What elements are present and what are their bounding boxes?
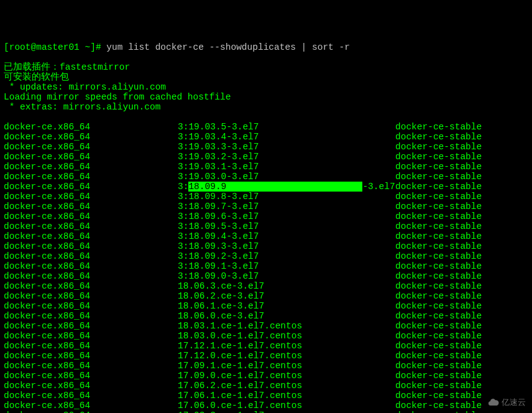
pkg-name: docker-ce.x86_64 <box>4 381 178 391</box>
pkg-repo: docker-ce-stable <box>395 371 482 381</box>
pkg-name: docker-ce.x86_64 <box>4 231 178 241</box>
pkg-version: 18.03.0.ce-1.el7.centos <box>178 331 395 341</box>
pkg-name: docker-ce.x86_64 <box>4 122 178 132</box>
pkg-repo: docker-ce-stable <box>395 182 482 192</box>
pkg-name: docker-ce.x86_64 <box>4 172 178 182</box>
pkg-version: 3:18.09.4-3.el7 <box>178 231 395 241</box>
output-line: 可安装的软件包 <box>4 72 528 82</box>
table-row: docker-ce.x86_643:18.09.8-3.el7docker-ce… <box>4 192 528 202</box>
pkg-version: 3:18.09.2-3.el7 <box>178 251 395 261</box>
pkg-version: 3:19.03.1-3.el7 <box>178 162 395 172</box>
pkg-repo: docker-ce-stable <box>395 211 482 221</box>
table-row: docker-ce.x86_6417.09.0.ce-1.el7.centosd… <box>4 371 528 381</box>
table-row: docker-ce.x86_643:18.09.3-3.el7docker-ce… <box>4 241 528 251</box>
pkg-version: 17.09.0.ce-1.el7.centos <box>178 371 395 381</box>
pkg-repo: docker-ce-stable <box>395 341 482 351</box>
pkg-repo: docker-ce-stable <box>395 331 482 341</box>
pkg-repo: docker-ce-stable <box>395 251 482 261</box>
pkg-version: 3:18.09.1-3.el7 <box>178 261 395 271</box>
pkg-name: docker-ce.x86_64 <box>4 341 178 351</box>
output-line: 已加载插件：fastestmirror <box>4 62 528 72</box>
prompt-command-line: [root@master01 ~]# yum list docker-ce --… <box>4 42 528 52</box>
table-row: docker-ce.x86_6418.03.0.ce-1.el7.centosd… <box>4 331 528 341</box>
prompt-prefix: [root@master01 ~]# <box>4 42 106 52</box>
table-row: docker-ce.x86_643:19.03.3-3.el7docker-ce… <box>4 142 528 152</box>
pkg-repo: docker-ce-stable <box>395 321 482 331</box>
pkg-name: docker-ce.x86_64 <box>4 152 178 162</box>
table-row: docker-ce.x86_643:19.03.5-3.el7docker-ce… <box>4 122 528 132</box>
pkg-name: docker-ce.x86_64 <box>4 321 178 331</box>
pkg-name: docker-ce.x86_64 <box>4 291 178 301</box>
table-row: docker-ce.x86_643:19.03.1-3.el7docker-ce… <box>4 162 528 172</box>
pkg-version: 3:19.03.5-3.el7 <box>178 122 395 132</box>
pkg-version: 17.06.2.ce-1.el7.centos <box>178 381 395 391</box>
pkg-version: 3:18.09.6-3.el7 <box>178 211 395 221</box>
table-row: docker-ce.x86_643:19.03.4-3.el7docker-ce… <box>4 132 528 142</box>
pkg-name: docker-ce.x86_64 <box>4 271 178 281</box>
table-row: docker-ce.x86_643:18.09.6-3.el7docker-ce… <box>4 211 528 221</box>
pkg-version: 3:19.03.4-3.el7 <box>178 132 395 142</box>
pkg-name: docker-ce.x86_64 <box>4 331 178 341</box>
table-row: docker-ce.x86_6417.12.1.ce-1.el7.centosd… <box>4 341 528 351</box>
pkg-version: 17.06.0.ce-1.el7.centos <box>178 401 395 411</box>
pkg-name: docker-ce.x86_64 <box>4 251 178 261</box>
output-line: Loading mirror speeds from cached hostfi… <box>4 92 528 102</box>
pkg-version: 3:18.09.7-3.el7 <box>178 202 395 211</box>
pkg-name: docker-ce.x86_64 <box>4 311 178 321</box>
table-row: docker-ce.x86_643:18.09.2-3.el7docker-ce… <box>4 251 528 261</box>
table-row: docker-ce.x86_6417.06.0.ce-1.el7.centosd… <box>4 401 528 411</box>
pkg-repo: docker-ce-stable <box>395 261 482 271</box>
table-row: docker-ce.x86_6417.12.0.ce-1.el7.centosd… <box>4 351 528 361</box>
table-row: docker-ce.x86_643:19.03.2-3.el7docker-ce… <box>4 152 528 162</box>
cloud-icon <box>488 397 499 408</box>
pkg-version: 3:19.03.0-3.el7 <box>178 172 395 182</box>
table-row: docker-ce.x86_6418.06.0.ce-3.el7docker-c… <box>4 311 528 321</box>
table-row: docker-ce.x86_643:18.09.1-3.el7docker-ce… <box>4 261 528 271</box>
pkg-version: 17.12.0.ce-1.el7.centos <box>178 351 395 361</box>
pkg-repo: docker-ce-stable <box>395 192 482 202</box>
pkg-name: docker-ce.x86_64 <box>4 351 178 361</box>
pkg-repo: docker-ce-stable <box>395 291 482 301</box>
pkg-version: 17.09.1.ce-1.el7.centos <box>178 361 395 371</box>
pkg-version: 3:18.09.9-3.el7 <box>178 182 395 192</box>
table-row: docker-ce.x86_6417.06.1.ce-1.el7.centosd… <box>4 391 528 401</box>
table-row: docker-ce.x86_643:18.09.7-3.el7docker-ce… <box>4 202 528 211</box>
table-row: docker-ce.x86_6418.06.1.ce-3.el7docker-c… <box>4 301 528 311</box>
pkg-name: docker-ce.x86_64 <box>4 281 178 291</box>
pkg-version: 18.03.1.ce-1.el7.centos <box>178 321 395 331</box>
pkg-version: 18.06.2.ce-3.el7 <box>178 291 395 301</box>
pkg-repo: docker-ce-stable <box>395 301 482 311</box>
pkg-repo: docker-ce-stable <box>395 411 482 413</box>
pkg-name: docker-ce.x86_64 <box>4 162 178 172</box>
pkg-repo: docker-ce-stable <box>395 132 482 142</box>
table-row: docker-ce.x86_6417.06.2.ce-1.el7.centosd… <box>4 381 528 391</box>
pkg-repo: docker-ce-stable <box>395 281 482 291</box>
pkg-version: 18.06.0.ce-3.el7 <box>178 311 395 321</box>
table-row: docker-ce.x86_6418.06.3.ce-3.el7docker-c… <box>4 281 528 291</box>
pkg-name: docker-ce.x86_64 <box>4 182 178 192</box>
highlighted-version: 18.09.9 <box>188 182 362 192</box>
pkg-name: docker-ce.x86_64 <box>4 241 178 251</box>
pkg-version: 3:19.03.2-3.el7 <box>178 152 395 162</box>
pkg-name: docker-ce.x86_64 <box>4 401 178 411</box>
pkg-name: docker-ce.x86_64 <box>4 301 178 311</box>
pkg-repo: docker-ce-stable <box>395 202 482 211</box>
pkg-repo: docker-ce-stable <box>395 221 482 231</box>
package-list: docker-ce.x86_643:19.03.5-3.el7docker-ce… <box>4 122 528 413</box>
header-output: 已加载插件：fastestmirror可安装的软件包 * updates: mi… <box>4 62 528 112</box>
watermark-logo: 亿速云 <box>488 397 526 408</box>
pkg-name: docker-ce.x86_64 <box>4 261 178 271</box>
table-row: docker-ce.x86_6417.09.1.ce-1.el7.centosd… <box>4 361 528 371</box>
watermark-text: 亿速云 <box>502 397 526 407</box>
pkg-version: 3:18.09.5-3.el7 <box>178 221 395 231</box>
pkg-name: docker-ce.x86_64 <box>4 132 178 142</box>
pkg-version: 3:18.09.3-3.el7 <box>178 241 395 251</box>
pkg-name: docker-ce.x86_64 <box>4 192 178 202</box>
pkg-version: 18.06.1.ce-3.el7 <box>178 301 395 311</box>
pkg-name: docker-ce.x86_64 <box>4 142 178 152</box>
pkg-repo: docker-ce-stable <box>395 361 482 371</box>
pkg-repo: docker-ce-stable <box>395 351 482 361</box>
pkg-name: docker-ce.x86_64 <box>4 361 178 371</box>
table-row: docker-ce.x86_6417.03.3.ce-1.el7docker-c… <box>4 411 528 413</box>
pkg-repo: docker-ce-stable <box>395 401 482 411</box>
